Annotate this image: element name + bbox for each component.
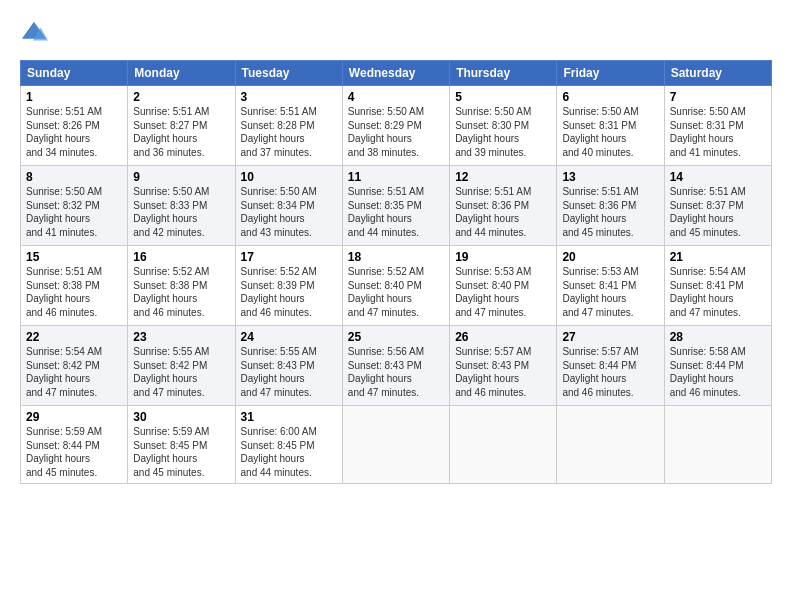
day-info: Sunrise: 5:51 AMSunset: 8:28 PMDaylight … — [241, 106, 317, 158]
calendar-cell: 21 Sunrise: 5:54 AMSunset: 8:41 PMDaylig… — [664, 246, 771, 326]
calendar-col-header: Saturday — [664, 61, 771, 86]
calendar-week-row: 22 Sunrise: 5:54 AMSunset: 8:42 PMDaylig… — [21, 326, 772, 406]
day-number: 7 — [670, 90, 766, 104]
calendar-cell: 23 Sunrise: 5:55 AMSunset: 8:42 PMDaylig… — [128, 326, 235, 406]
calendar-col-header: Friday — [557, 61, 664, 86]
day-number: 16 — [133, 250, 229, 264]
day-info: Sunrise: 6:00 AMSunset: 8:45 PMDaylight … — [241, 426, 317, 478]
calendar-cell: 5 Sunrise: 5:50 AMSunset: 8:30 PMDayligh… — [450, 86, 557, 166]
day-number: 5 — [455, 90, 551, 104]
day-info: Sunrise: 5:53 AMSunset: 8:41 PMDaylight … — [562, 266, 638, 318]
calendar-week-row: 15 Sunrise: 5:51 AMSunset: 8:38 PMDaylig… — [21, 246, 772, 326]
calendar-cell: 19 Sunrise: 5:53 AMSunset: 8:40 PMDaylig… — [450, 246, 557, 326]
calendar-table: SundayMondayTuesdayWednesdayThursdayFrid… — [20, 60, 772, 484]
day-number: 17 — [241, 250, 337, 264]
logo-icon — [20, 20, 48, 48]
day-number: 14 — [670, 170, 766, 184]
header — [20, 18, 772, 48]
calendar-cell: 3 Sunrise: 5:51 AMSunset: 8:28 PMDayligh… — [235, 86, 342, 166]
day-info: Sunrise: 5:50 AMSunset: 8:29 PMDaylight … — [348, 106, 424, 158]
calendar-cell: 24 Sunrise: 5:55 AMSunset: 8:43 PMDaylig… — [235, 326, 342, 406]
day-info: Sunrise: 5:57 AMSunset: 8:43 PMDaylight … — [455, 346, 531, 398]
calendar-cell: 31 Sunrise: 6:00 AMSunset: 8:45 PMDaylig… — [235, 406, 342, 484]
day-number: 24 — [241, 330, 337, 344]
day-info: Sunrise: 5:51 AMSunset: 8:37 PMDaylight … — [670, 186, 746, 238]
day-info: Sunrise: 5:54 AMSunset: 8:42 PMDaylight … — [26, 346, 102, 398]
day-info: Sunrise: 5:55 AMSunset: 8:43 PMDaylight … — [241, 346, 317, 398]
calendar-cell: 16 Sunrise: 5:52 AMSunset: 8:38 PMDaylig… — [128, 246, 235, 326]
main-container: SundayMondayTuesdayWednesdayThursdayFrid… — [0, 0, 792, 494]
day-info: Sunrise: 5:50 AMSunset: 8:33 PMDaylight … — [133, 186, 209, 238]
calendar-cell: 20 Sunrise: 5:53 AMSunset: 8:41 PMDaylig… — [557, 246, 664, 326]
day-info: Sunrise: 5:50 AMSunset: 8:32 PMDaylight … — [26, 186, 102, 238]
calendar-week-row: 8 Sunrise: 5:50 AMSunset: 8:32 PMDayligh… — [21, 166, 772, 246]
day-info: Sunrise: 5:56 AMSunset: 8:43 PMDaylight … — [348, 346, 424, 398]
calendar-cell: 25 Sunrise: 5:56 AMSunset: 8:43 PMDaylig… — [342, 326, 449, 406]
day-number: 12 — [455, 170, 551, 184]
calendar-cell: 28 Sunrise: 5:58 AMSunset: 8:44 PMDaylig… — [664, 326, 771, 406]
calendar-cell: 10 Sunrise: 5:50 AMSunset: 8:34 PMDaylig… — [235, 166, 342, 246]
day-number: 6 — [562, 90, 658, 104]
calendar-col-header: Wednesday — [342, 61, 449, 86]
day-info: Sunrise: 5:51 AMSunset: 8:36 PMDaylight … — [562, 186, 638, 238]
day-number: 18 — [348, 250, 444, 264]
day-number: 25 — [348, 330, 444, 344]
day-info: Sunrise: 5:50 AMSunset: 8:30 PMDaylight … — [455, 106, 531, 158]
day-number: 23 — [133, 330, 229, 344]
calendar-col-header: Sunday — [21, 61, 128, 86]
day-number: 30 — [133, 410, 229, 424]
day-info: Sunrise: 5:59 AMSunset: 8:44 PMDaylight … — [26, 426, 102, 478]
day-number: 15 — [26, 250, 122, 264]
calendar-cell: 29 Sunrise: 5:59 AMSunset: 8:44 PMDaylig… — [21, 406, 128, 484]
day-number: 29 — [26, 410, 122, 424]
calendar-cell: 27 Sunrise: 5:57 AMSunset: 8:44 PMDaylig… — [557, 326, 664, 406]
calendar-cell: 15 Sunrise: 5:51 AMSunset: 8:38 PMDaylig… — [21, 246, 128, 326]
day-number: 28 — [670, 330, 766, 344]
calendar-cell: 30 Sunrise: 5:59 AMSunset: 8:45 PMDaylig… — [128, 406, 235, 484]
calendar-cell: 1 Sunrise: 5:51 AMSunset: 8:26 PMDayligh… — [21, 86, 128, 166]
day-info: Sunrise: 5:55 AMSunset: 8:42 PMDaylight … — [133, 346, 209, 398]
day-number: 10 — [241, 170, 337, 184]
calendar-cell — [557, 406, 664, 484]
day-number: 1 — [26, 90, 122, 104]
calendar-cell — [342, 406, 449, 484]
day-number: 26 — [455, 330, 551, 344]
day-info: Sunrise: 5:52 AMSunset: 8:39 PMDaylight … — [241, 266, 317, 318]
day-number: 11 — [348, 170, 444, 184]
day-info: Sunrise: 5:52 AMSunset: 8:38 PMDaylight … — [133, 266, 209, 318]
calendar-col-header: Thursday — [450, 61, 557, 86]
day-number: 19 — [455, 250, 551, 264]
calendar-cell: 22 Sunrise: 5:54 AMSunset: 8:42 PMDaylig… — [21, 326, 128, 406]
calendar-cell: 12 Sunrise: 5:51 AMSunset: 8:36 PMDaylig… — [450, 166, 557, 246]
day-info: Sunrise: 5:51 AMSunset: 8:36 PMDaylight … — [455, 186, 531, 238]
calendar-cell: 13 Sunrise: 5:51 AMSunset: 8:36 PMDaylig… — [557, 166, 664, 246]
day-info: Sunrise: 5:51 AMSunset: 8:35 PMDaylight … — [348, 186, 424, 238]
day-number: 13 — [562, 170, 658, 184]
day-number: 31 — [241, 410, 337, 424]
day-info: Sunrise: 5:58 AMSunset: 8:44 PMDaylight … — [670, 346, 746, 398]
day-number: 9 — [133, 170, 229, 184]
calendar-cell: 14 Sunrise: 5:51 AMSunset: 8:37 PMDaylig… — [664, 166, 771, 246]
calendar-cell: 2 Sunrise: 5:51 AMSunset: 8:27 PMDayligh… — [128, 86, 235, 166]
day-info: Sunrise: 5:51 AMSunset: 8:38 PMDaylight … — [26, 266, 102, 318]
day-info: Sunrise: 5:51 AMSunset: 8:27 PMDaylight … — [133, 106, 209, 158]
calendar-cell: 6 Sunrise: 5:50 AMSunset: 8:31 PMDayligh… — [557, 86, 664, 166]
day-info: Sunrise: 5:50 AMSunset: 8:34 PMDaylight … — [241, 186, 317, 238]
day-number: 20 — [562, 250, 658, 264]
calendar-cell: 26 Sunrise: 5:57 AMSunset: 8:43 PMDaylig… — [450, 326, 557, 406]
day-info: Sunrise: 5:52 AMSunset: 8:40 PMDaylight … — [348, 266, 424, 318]
day-info: Sunrise: 5:50 AMSunset: 8:31 PMDaylight … — [670, 106, 746, 158]
day-info: Sunrise: 5:57 AMSunset: 8:44 PMDaylight … — [562, 346, 638, 398]
calendar-header-row: SundayMondayTuesdayWednesdayThursdayFrid… — [21, 61, 772, 86]
calendar-cell: 11 Sunrise: 5:51 AMSunset: 8:35 PMDaylig… — [342, 166, 449, 246]
calendar-col-header: Tuesday — [235, 61, 342, 86]
day-number: 22 — [26, 330, 122, 344]
calendar-cell: 18 Sunrise: 5:52 AMSunset: 8:40 PMDaylig… — [342, 246, 449, 326]
day-info: Sunrise: 5:50 AMSunset: 8:31 PMDaylight … — [562, 106, 638, 158]
calendar-cell: 4 Sunrise: 5:50 AMSunset: 8:29 PMDayligh… — [342, 86, 449, 166]
day-info: Sunrise: 5:59 AMSunset: 8:45 PMDaylight … — [133, 426, 209, 478]
calendar-cell — [664, 406, 771, 484]
calendar-cell: 7 Sunrise: 5:50 AMSunset: 8:31 PMDayligh… — [664, 86, 771, 166]
calendar-week-row: 29 Sunrise: 5:59 AMSunset: 8:44 PMDaylig… — [21, 406, 772, 484]
logo — [20, 18, 52, 48]
